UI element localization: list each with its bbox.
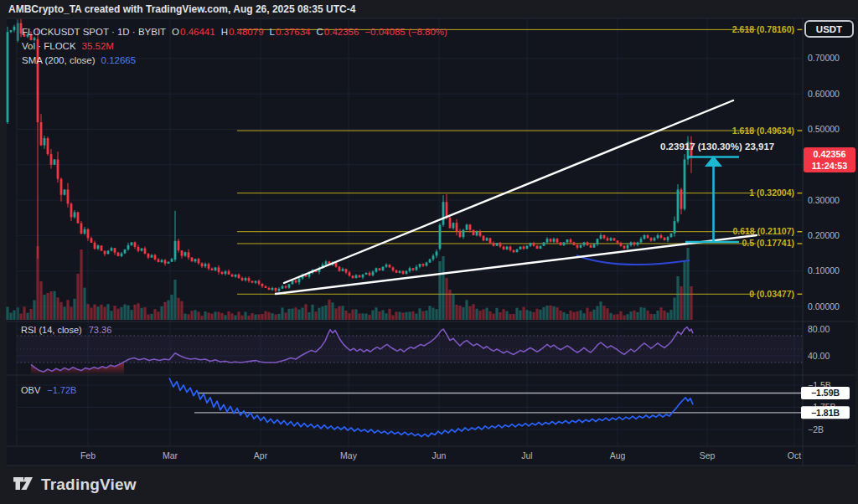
svg-text:0.10000: 0.10000 (808, 265, 840, 275)
svg-text:−1.81B: −1.81B (811, 408, 840, 418)
change-value: −0.04085 (−8.80%) (364, 25, 447, 39)
rsi-legend[interactable]: RSI (14, close) 73.36 (21, 325, 111, 335)
currency-toggle-label: USDT (816, 24, 842, 34)
sma-row[interactable]: SMA (200, close) 0.12665 (22, 54, 447, 68)
chart-legend: FLOCKUSDT SPOT · 1D · BYBIT O0.46441 H0.… (22, 25, 447, 68)
fib-label: 1 (0.32004) (749, 188, 794, 198)
low-label: L (270, 25, 275, 39)
high-label: H (221, 25, 228, 39)
svg-text:0.50000: 0.50000 (808, 124, 840, 134)
symbol-title[interactable]: FLOCKUSDT SPOT · 1D · BYBIT (22, 25, 166, 39)
price-chart-canvas[interactable]: 2.618 (0.78160)1.618 (0.49634)1 (0.32004… (0, 0, 858, 504)
svg-text:Aug: Aug (610, 450, 626, 460)
fib-label: 0 (0.03477) (749, 289, 794, 299)
close-value: 0.42356 (324, 25, 359, 39)
low-value: 0.37634 (276, 25, 311, 39)
obv-label[interactable]: OBV (21, 385, 40, 395)
svg-text:0.00000: 0.00000 (808, 301, 840, 311)
fib-label: 2.618 (0.78160) (732, 24, 794, 34)
svg-text:Sep: Sep (700, 450, 716, 460)
fib-label: 0.5 (0.17741) (742, 238, 794, 248)
tradingview-logo-icon[interactable] (12, 472, 34, 498)
svg-text:0.70000: 0.70000 (808, 53, 840, 63)
svg-text:40.00: 40.00 (808, 351, 830, 361)
rsi-value: 73.36 (89, 325, 112, 335)
fib-label: 1.618 (0.49634) (732, 126, 794, 136)
volume-label[interactable]: Vol · FLOCK (22, 39, 76, 54)
svg-text:Jun: Jun (432, 450, 447, 460)
obv-value: −1.72B (47, 385, 76, 395)
footer-bar: TradingView (0, 465, 858, 504)
open-value: 0.46441 (180, 25, 215, 39)
svg-text:0.60000: 0.60000 (808, 89, 840, 99)
fib-label: 0.618 (0.21107) (732, 226, 794, 236)
last-price-value: 0.42356 (804, 148, 855, 160)
sma-label[interactable]: SMA (200, close) (22, 54, 96, 68)
svg-text:Apr: Apr (254, 450, 268, 460)
svg-text:Jul: Jul (521, 450, 532, 460)
svg-text:0.20000: 0.20000 (808, 230, 840, 240)
tradingview-chart-screenshot: AMBCrypto_TA created with TradingView.co… (0, 0, 858, 504)
volume-value: 35.52M (82, 39, 114, 54)
high-value: 0.48079 (229, 25, 264, 39)
symbol-row[interactable]: FLOCKUSDT SPOT · 1D · BYBIT O0.46441 H0.… (22, 25, 447, 39)
countdown-timer: 11:24:53 (804, 160, 855, 172)
rsi-label[interactable]: RSI (14, close) (21, 325, 82, 335)
svg-text:−2B: −2B (808, 424, 824, 435)
obv-legend[interactable]: OBV −1.72B (21, 385, 76, 395)
svg-text:−1.59B: −1.59B (811, 388, 840, 398)
sma-value: 0.12665 (101, 54, 137, 68)
tradingview-logo-text[interactable]: TradingView (41, 476, 137, 494)
svg-text:Mar: Mar (163, 450, 178, 460)
open-label: O (172, 25, 179, 39)
svg-text:May: May (340, 450, 358, 460)
close-label: C (317, 25, 323, 39)
svg-text:0.30000: 0.30000 (808, 195, 840, 205)
currency-toggle-button[interactable]: USDT (804, 20, 854, 38)
volume-row[interactable]: Vol · FLOCK 35.52M (22, 39, 447, 54)
svg-text:Feb: Feb (80, 450, 96, 460)
last-price-badge: 0.42356 11:24:53 (804, 147, 855, 172)
measure-label: 0.23917 (130.30%) 23,917 (660, 141, 774, 152)
svg-text:Oct: Oct (788, 450, 801, 460)
svg-text:80.00: 80.00 (808, 324, 830, 334)
